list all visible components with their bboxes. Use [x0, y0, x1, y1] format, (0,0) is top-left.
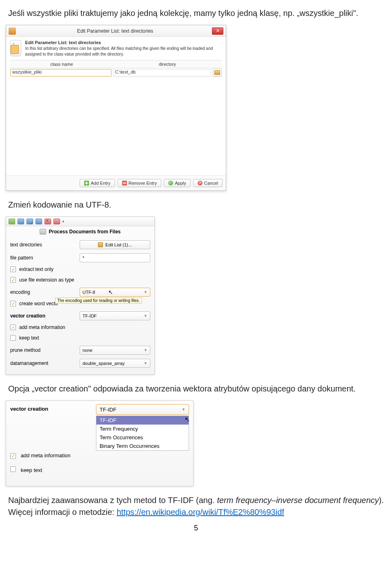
- keep-text-checkbox[interactable]: [10, 335, 16, 341]
- prune-method-value: none: [82, 348, 92, 353]
- param-row: add meta information: [10, 452, 189, 466]
- param-row: add meta information: [10, 322, 150, 333]
- class-name-input[interactable]: wszystkie_pliki: [10, 69, 111, 76]
- final-text-a: Najbardziej zaawansowana z tych metod to…: [8, 496, 217, 505]
- cancel-label: Cancel: [204, 181, 218, 186]
- extract-text-checkbox[interactable]: [10, 266, 16, 272]
- param-row: extract text only: [10, 264, 150, 275]
- remove-entry-button[interactable]: Remove Entry: [118, 179, 162, 187]
- dialog-info: Edit Parameter List: text directories In…: [10, 40, 222, 57]
- vector-creation-value: TF-IDF: [82, 313, 97, 318]
- dialog-button-row: Add Entry Remove Entry Apply Cancel: [6, 175, 226, 190]
- info-description: In this list arbitrary directories can b…: [25, 46, 213, 56]
- dialog-title: Edit Parameter List: text directories: [18, 28, 212, 34]
- param-row: datamanagement double_sparse_array ▼: [10, 357, 150, 369]
- vector-creation-text: Opcja „vector creation" odpowiada za two…: [8, 383, 384, 395]
- param-row: encoding UTF-8 ▼ ↖: [10, 286, 150, 298]
- page-number: 5: [8, 524, 384, 532]
- file-pattern-input[interactable]: *: [80, 253, 150, 262]
- encoding-select[interactable]: UTF-8 ▼: [80, 288, 150, 297]
- toolbar-icon[interactable]: [53, 219, 60, 224]
- prune-method-select[interactable]: none ▼: [80, 346, 150, 355]
- add-meta-checkbox[interactable]: [10, 324, 16, 330]
- utf8-text: Zmień kodowanie na UTF-8.: [8, 199, 384, 211]
- dialog-titlebar: Edit Parameter List: text directories ✕: [6, 25, 226, 37]
- dropdown-list: TF-IDF Term Frequency Term Occurrences B…: [96, 416, 189, 451]
- directory-input[interactable]: C:\text_db: [113, 69, 211, 76]
- param-label: extract text only: [19, 266, 53, 272]
- vector-creation-select[interactable]: TF-IDF ▼: [80, 311, 150, 320]
- app-icon: [9, 27, 16, 35]
- param-label: add meta information: [19, 324, 65, 330]
- dropdown-option[interactable]: TF-IDF: [96, 416, 189, 425]
- apply-button[interactable]: Apply: [164, 179, 191, 187]
- apply-icon: [168, 181, 173, 186]
- table-header: class name directory: [10, 60, 222, 68]
- edit-list-button[interactable]: Edit List (1)...: [80, 240, 150, 249]
- toolbar-icon[interactable]: [36, 219, 42, 224]
- tfidf-link[interactable]: https://en.wikipedia.org/wiki/Tf%E2%80%9…: [117, 508, 284, 517]
- param-label: vector creation: [10, 404, 96, 412]
- cursor-icon: ↖: [185, 416, 190, 423]
- browse-folder-button[interactable]: [213, 69, 222, 77]
- encoding-tooltip: The encoding used for reading or writing…: [55, 297, 142, 304]
- create-word-vector-checkbox[interactable]: [10, 301, 16, 306]
- add-entry-label: Add Entry: [91, 181, 110, 186]
- remove-icon: [122, 181, 127, 186]
- dropdown-option[interactable]: Binary Term Occurrences: [96, 442, 189, 450]
- edit-parameter-dialog: Edit Parameter List: text directories ✕ …: [6, 25, 226, 191]
- column-directory: directory: [113, 62, 222, 67]
- param-row: prune method none ▼: [10, 344, 150, 356]
- param-row: create word vecto The encoding used for …: [10, 298, 150, 309]
- param-row: vector creation TF-IDF ▼ TF-IDF Term Fre…: [10, 404, 189, 451]
- add-entry-button[interactable]: Add Entry: [80, 179, 115, 187]
- panel-title: Process Documents from Files: [49, 229, 120, 235]
- cancel-icon: [198, 181, 203, 186]
- param-row: use file extension as type: [10, 275, 150, 285]
- toolbar-icon[interactable]: [27, 219, 33, 224]
- process-documents-panel: ▼ Process Documents from Files text dire…: [6, 217, 155, 375]
- add-icon: [84, 181, 89, 186]
- panel-toolbar: ▼: [6, 217, 154, 226]
- intro-text: Jeśli wszystkie pliki traktujemy jako je…: [8, 7, 384, 19]
- pencil-icon: [98, 242, 103, 247]
- add-meta-checkbox[interactable]: [10, 453, 16, 459]
- close-button[interactable]: ✕: [212, 27, 223, 35]
- param-row: keep text: [10, 466, 189, 480]
- param-label: keep text: [19, 335, 39, 341]
- cancel-button[interactable]: Cancel: [193, 179, 223, 187]
- final-text: Najbardziej zaawansowana z tych metod to…: [8, 494, 384, 518]
- param-label: datamanagement: [10, 360, 80, 366]
- chevron-down-icon: ▼: [182, 407, 185, 412]
- table-row: wszystkie_pliki C:\text_db: [10, 68, 222, 77]
- datamanagement-select[interactable]: double_sparse_array ▼: [80, 359, 150, 368]
- param-row: keep text: [10, 333, 150, 343]
- chevron-down-icon: ▼: [144, 348, 147, 352]
- vector-creation-select[interactable]: TF-IDF ▼: [96, 404, 189, 415]
- column-class-name: class name: [10, 62, 113, 67]
- chevron-down-icon: ▼: [144, 314, 147, 318]
- param-label: text directories: [10, 242, 80, 248]
- operator-icon: [40, 229, 46, 235]
- vector-creation-dropdown-panel: vector creation TF-IDF ▼ TF-IDF Term Fre…: [6, 400, 194, 486]
- param-label: create word vecto: [19, 301, 58, 306]
- param-label: keep text: [21, 467, 42, 473]
- use-file-ext-checkbox[interactable]: [10, 277, 16, 283]
- param-label: vector creation: [10, 313, 80, 319]
- param-label: encoding: [10, 289, 80, 295]
- toolbar-icon[interactable]: [45, 219, 51, 224]
- panel-title-row: Process Documents from Files: [6, 226, 154, 237]
- dropdown-option[interactable]: Term Frequency: [96, 425, 189, 433]
- final-text-italic: term frequency–inverse document frequenc…: [217, 496, 379, 505]
- blank-area: [10, 77, 222, 171]
- keep-text-checkbox[interactable]: [10, 466, 16, 472]
- info-icon: [10, 40, 21, 56]
- toolbar-dropdown-caret[interactable]: ▼: [62, 220, 65, 224]
- toolbar-icon[interactable]: [18, 219, 24, 224]
- param-row: file pattern *: [10, 252, 150, 264]
- datamanagement-value: double_sparse_array: [82, 361, 125, 366]
- param-label: use file extension as type: [19, 277, 74, 283]
- dropdown-option[interactable]: Term Occurrences: [96, 433, 189, 442]
- apply-label: Apply: [175, 181, 186, 186]
- toolbar-icon[interactable]: [9, 219, 15, 224]
